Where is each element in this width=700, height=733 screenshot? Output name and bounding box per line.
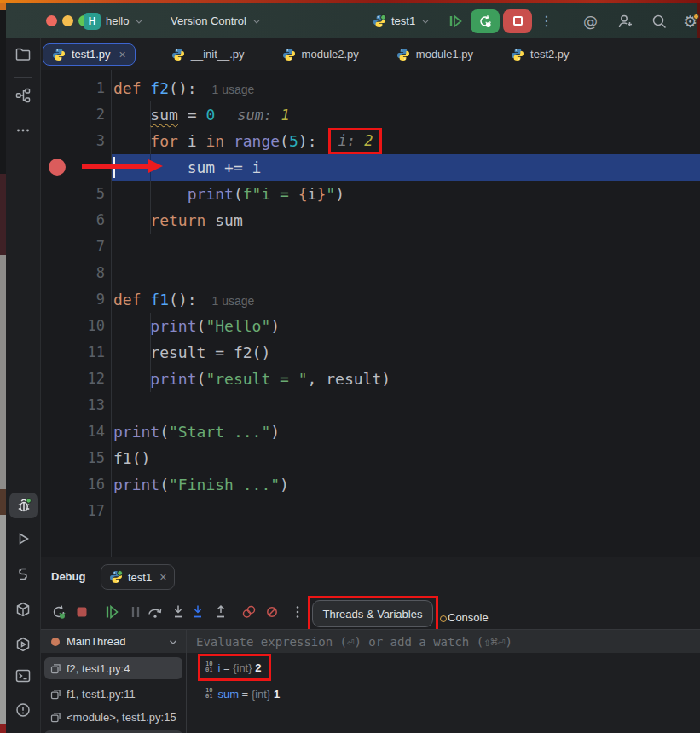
step-into-button[interactable] bbox=[169, 603, 188, 621]
python-icon bbox=[171, 48, 185, 61]
line-number[interactable]: 6 bbox=[58, 207, 105, 234]
notification-dot bbox=[693, 14, 699, 20]
code-line-13[interactable] bbox=[113, 392, 700, 418]
rerun-button[interactable] bbox=[49, 603, 68, 621]
code-line-4[interactable]: sum += i bbox=[112, 154, 700, 181]
structure-icon[interactable] bbox=[14, 87, 32, 104]
tab-console[interactable]: Console bbox=[440, 602, 489, 624]
usages-hint[interactable]: 1 usage bbox=[212, 83, 255, 96]
thread-selector[interactable]: MainThread bbox=[41, 630, 186, 653]
code-line-17[interactable] bbox=[113, 498, 700, 524]
debug-panel-title: Debug bbox=[51, 570, 85, 583]
close-icon[interactable]: × bbox=[119, 48, 126, 61]
line-number[interactable]: 2 bbox=[58, 101, 105, 128]
view-breakpoints-button[interactable] bbox=[240, 603, 258, 621]
services-tool-button[interactable] bbox=[14, 636, 32, 653]
tab-threads-variables[interactable]: Threads & Variables bbox=[312, 600, 433, 627]
code-line-8[interactable] bbox=[113, 260, 700, 286]
frame-row[interactable]: f2, test1.py:4 bbox=[44, 657, 182, 679]
version-control-menu[interactable]: Version Control bbox=[171, 3, 262, 38]
line-number[interactable]: 15 bbox=[58, 445, 105, 471]
line-number[interactable]: 5 bbox=[58, 181, 105, 207]
code-line-14[interactable]: print("Start ...") bbox=[113, 418, 700, 445]
line-number[interactable]: 10 bbox=[58, 313, 105, 339]
more-icon[interactable] bbox=[14, 122, 32, 139]
line-number[interactable]: 11 bbox=[58, 339, 105, 366]
evaluate-expression-input[interactable]: Evaluate expression (⏎) or add a watch (… bbox=[187, 630, 700, 653]
resume-button[interactable] bbox=[102, 603, 121, 621]
tab-__init__.py[interactable]: __init__.py bbox=[170, 44, 246, 65]
python-icon bbox=[109, 570, 123, 584]
project-widget[interactable]: H hello bbox=[84, 3, 144, 38]
line-number[interactable]: 1 bbox=[58, 75, 105, 101]
tab-module1.py[interactable]: module1.py bbox=[395, 44, 475, 65]
line-number[interactable]: 12 bbox=[58, 366, 105, 392]
line-number[interactable]: 14 bbox=[58, 418, 105, 445]
run-config-selector[interactable]: test1 bbox=[373, 3, 431, 38]
close-icon[interactable]: × bbox=[159, 570, 166, 584]
debug-tool-button[interactable] bbox=[9, 493, 38, 518]
desktop-edge-left bbox=[0, 3, 6, 733]
line-number[interactable]: 17 bbox=[58, 498, 105, 524]
line-number[interactable]: 3 bbox=[58, 128, 105, 154]
breakpoint-icon[interactable] bbox=[49, 159, 66, 176]
code-line-5[interactable]: print(f"i = {i}") bbox=[113, 181, 700, 207]
app-icon: H bbox=[84, 13, 101, 30]
resume-program-button[interactable] bbox=[446, 3, 465, 38]
code-line-16[interactable]: print("Finish ...") bbox=[113, 471, 700, 498]
problems-tool-button[interactable] bbox=[14, 701, 32, 719]
more-run-options-button[interactable]: ⋮ bbox=[540, 3, 553, 38]
minimize-window-icon[interactable] bbox=[62, 15, 73, 26]
line-number[interactable]: 16 bbox=[58, 471, 105, 498]
line-number[interactable]: 13 bbox=[58, 392, 105, 418]
more-button[interactable] bbox=[288, 603, 307, 621]
stop-button[interactable] bbox=[72, 603, 91, 621]
code-line-15[interactable]: f1() bbox=[113, 445, 700, 471]
stop-button[interactable] bbox=[503, 3, 532, 38]
inline-debug-hint-annotated: i: 2 bbox=[328, 128, 382, 154]
run-tool-button[interactable] bbox=[14, 530, 32, 547]
code-line-1[interactable]: def f2():1 usage bbox=[113, 75, 700, 101]
line-number[interactable]: 8 bbox=[58, 260, 105, 286]
settings-button[interactable]: ⚙ bbox=[683, 3, 697, 38]
rerun-debug-button[interactable] bbox=[471, 3, 500, 38]
code-line-3[interactable]: for i in range(5):i: 2 bbox=[113, 128, 700, 154]
folder-icon[interactable] bbox=[14, 45, 32, 62]
frame-row[interactable]: f1, test1.py:11 bbox=[44, 683, 182, 705]
stack-frame-icon bbox=[49, 688, 62, 701]
code-line-10[interactable]: print("Hello") bbox=[113, 313, 700, 339]
line-number[interactable]: 9 bbox=[58, 286, 105, 313]
ai-assistant-button[interactable]: @ bbox=[583, 3, 598, 38]
code-line-9[interactable]: def f1():1 usage bbox=[113, 286, 700, 313]
step-out-button[interactable] bbox=[211, 603, 230, 621]
usages-hint[interactable]: 1 usage bbox=[212, 294, 255, 308]
step-over-button[interactable] bbox=[146, 603, 165, 621]
mute-breakpoints-button[interactable] bbox=[263, 603, 281, 621]
variable-row-sum[interactable]: 1001sum = {int} 1 bbox=[198, 683, 280, 705]
code-with-me-button[interactable] bbox=[616, 3, 633, 38]
terminal-tool-button[interactable] bbox=[14, 667, 32, 684]
tab-test2.py[interactable]: test2.py bbox=[509, 44, 571, 65]
code-line-12[interactable]: print("result = ", result) bbox=[113, 366, 700, 392]
pause-button[interactable] bbox=[126, 603, 145, 621]
variable-row-i[interactable]: 1001i = {int} 2 bbox=[198, 654, 271, 681]
code-line-7[interactable] bbox=[113, 234, 700, 260]
tab-module2.py[interactable]: module2.py bbox=[281, 44, 361, 65]
python-packages-tool-button[interactable] bbox=[14, 601, 32, 618]
debug-session-tab[interactable]: test1 × bbox=[101, 564, 175, 590]
code-line-11[interactable]: result = f2() bbox=[113, 339, 700, 366]
python-console-tool-button[interactable] bbox=[14, 566, 32, 583]
code-editor[interactable]: 123567891011121314151617 def f2():1 usag… bbox=[41, 70, 700, 557]
code-line-2[interactable]: sum = 0sum: 1 bbox=[113, 101, 700, 128]
search-everywhere-button[interactable] bbox=[651, 3, 668, 38]
frame-row[interactable]: <module>, test1.py:15 bbox=[44, 706, 182, 728]
line-number[interactable]: 7 bbox=[58, 234, 105, 260]
project-name: hello bbox=[106, 14, 129, 27]
close-window-icon[interactable] bbox=[46, 15, 57, 26]
stack-frame-icon bbox=[49, 711, 62, 724]
force-step-into-button[interactable] bbox=[188, 603, 207, 621]
code-line-6[interactable]: return sum bbox=[113, 207, 700, 234]
stop-icon bbox=[513, 16, 523, 26]
thread-icon bbox=[51, 638, 60, 646]
tab-test1.py[interactable]: test1.py× bbox=[43, 43, 136, 66]
